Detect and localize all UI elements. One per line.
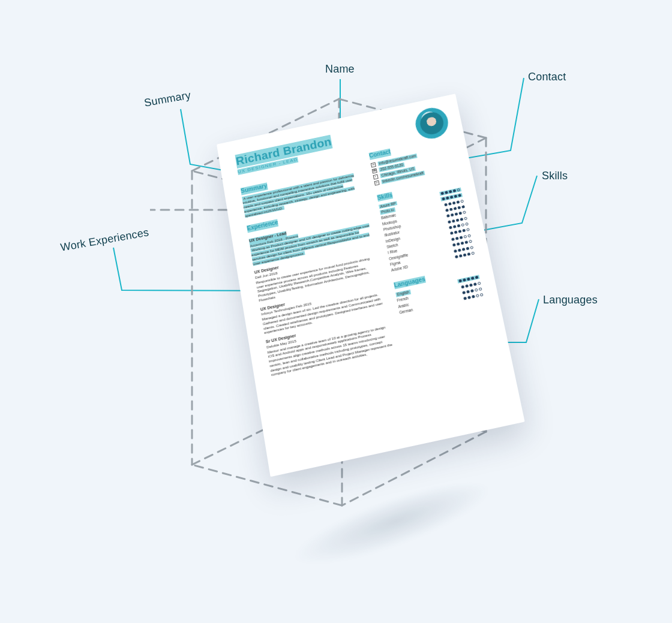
phone-icon: ☎ <box>372 168 377 173</box>
language-name: German <box>399 308 413 315</box>
skill-name: I Rise <box>388 249 398 255</box>
job-body: Mentor and manage a creative team of 10 … <box>267 324 394 377</box>
mail-icon: ✉ <box>371 162 376 167</box>
scene-3d: Richard Brandon UX DESIGNER - LEAD Summa… <box>192 84 504 540</box>
resume-page: Richard Brandon UX DESIGNER - LEAD Summa… <box>217 94 525 477</box>
linkedin-icon: in <box>374 180 379 185</box>
contact-heading: Contact <box>368 149 391 160</box>
summary-text: A user experience professional with a ta… <box>242 171 364 218</box>
svg-line-12 <box>192 465 342 505</box>
diagram-stage: Summary Name Contact Skills Work Experie… <box>0 0 672 623</box>
pin-icon: ⌖ <box>373 174 378 179</box>
skills-heading: Skills <box>377 191 393 201</box>
resume-left-column: Summary A user experience professional w… <box>239 155 395 377</box>
